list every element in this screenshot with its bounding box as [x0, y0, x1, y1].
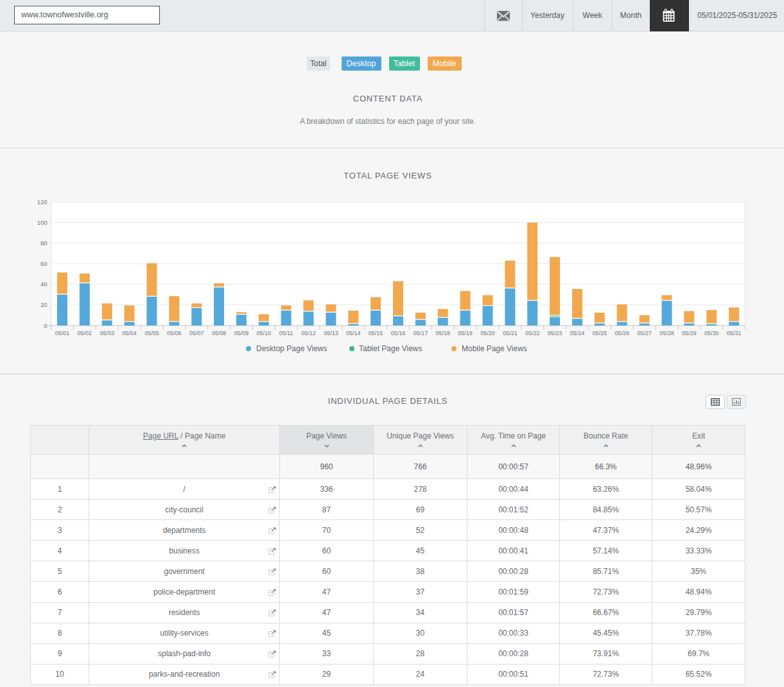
svg-text:05/05: 05/05	[144, 330, 159, 336]
svg-text:05/17: 05/17	[414, 330, 428, 336]
svg-text:60: 60	[40, 260, 48, 267]
svg-text:05/29: 05/29	[682, 330, 697, 336]
svg-text:80: 80	[40, 239, 48, 247]
svg-text:05/09: 05/09	[234, 330, 249, 336]
svg-text:0: 0	[44, 322, 47, 329]
svg-text:05/25: 05/25	[593, 330, 607, 336]
svg-text:05/04: 05/04	[122, 330, 137, 336]
svg-text:05/14: 05/14	[346, 330, 361, 336]
svg-text:40: 40	[40, 281, 48, 288]
svg-text:05/23: 05/23	[548, 330, 562, 336]
svg-text:05/03: 05/03	[100, 330, 114, 336]
svg-text:05/21: 05/21	[503, 330, 518, 336]
svg-text:05/06: 05/06	[167, 330, 182, 336]
svg-text:05/19: 05/19	[458, 330, 473, 336]
svg-text:05/26: 05/26	[614, 330, 629, 336]
svg-text:05/22: 05/22	[525, 330, 540, 336]
svg-text:05/07: 05/07	[189, 330, 204, 336]
svg-text:05/31: 05/31	[727, 330, 742, 336]
svg-text:05/12: 05/12	[301, 330, 316, 336]
svg-text:05/13: 05/13	[324, 330, 338, 336]
svg-text:05/01: 05/01	[55, 330, 70, 336]
svg-text:120: 120	[37, 198, 48, 205]
svg-text:05/10: 05/10	[257, 330, 272, 336]
svg-text:05/28: 05/28	[659, 330, 674, 336]
svg-text:100: 100	[37, 219, 48, 226]
svg-text:05/16: 05/16	[391, 330, 406, 336]
svg-text:05/15: 05/15	[369, 330, 383, 336]
svg-text:05/30: 05/30	[704, 330, 719, 336]
svg-text:05/18: 05/18	[435, 330, 450, 336]
svg-text:20: 20	[40, 301, 48, 308]
svg-text:05/27: 05/27	[637, 330, 652, 336]
svg-text:05/11: 05/11	[279, 330, 293, 336]
svg-text:05/20: 05/20	[480, 330, 495, 336]
svg-text:05/24: 05/24	[570, 330, 585, 336]
svg-text:05/08: 05/08	[212, 330, 227, 336]
svg-text:05/02: 05/02	[78, 330, 92, 336]
